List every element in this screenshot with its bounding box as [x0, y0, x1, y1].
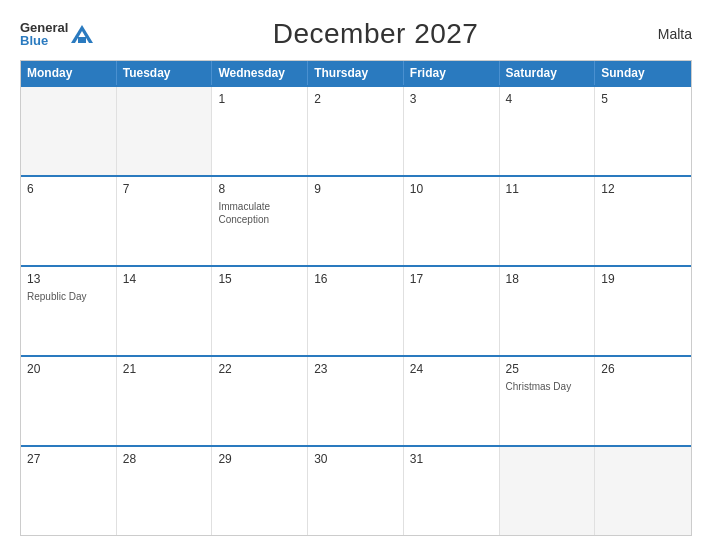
calendar-row: 678Immaculate Conception9101112: [21, 175, 691, 265]
calendar-row: 202122232425Christmas Day26: [21, 355, 691, 445]
calendar-cell: 3: [404, 87, 500, 175]
calendar-cell: 13Republic Day: [21, 267, 117, 355]
page-header: General Blue December 2027 Malta: [20, 18, 692, 50]
calendar-cell: 21: [117, 357, 213, 445]
calendar-cell: 14: [117, 267, 213, 355]
col-wednesday: Wednesday: [212, 61, 308, 85]
day-number: 30: [314, 452, 397, 466]
country-label: Malta: [658, 26, 692, 42]
calendar-cell: 5: [595, 87, 691, 175]
calendar-cell: 31: [404, 447, 500, 535]
day-number: 29: [218, 452, 301, 466]
svg-rect-2: [78, 37, 86, 43]
calendar-cell: 4: [500, 87, 596, 175]
calendar-cell: 18: [500, 267, 596, 355]
day-number: 8: [218, 182, 301, 196]
col-monday: Monday: [21, 61, 117, 85]
calendar-cell: [21, 87, 117, 175]
logo-blue-text: Blue: [20, 34, 68, 47]
calendar-cell: 2: [308, 87, 404, 175]
calendar-cell: 15: [212, 267, 308, 355]
calendar-cell: 16: [308, 267, 404, 355]
day-event: Christmas Day: [506, 380, 589, 393]
calendar-cell: 24: [404, 357, 500, 445]
calendar-cell: 19: [595, 267, 691, 355]
day-number: 20: [27, 362, 110, 376]
calendar-body: 12345678Immaculate Conception910111213Re…: [21, 85, 691, 535]
calendar-cell: [500, 447, 596, 535]
day-number: 4: [506, 92, 589, 106]
calendar-row: 13Republic Day141516171819: [21, 265, 691, 355]
logo: General Blue: [20, 21, 93, 47]
calendar-cell: 28: [117, 447, 213, 535]
calendar-cell: 11: [500, 177, 596, 265]
day-number: 28: [123, 452, 206, 466]
calendar-cell: 27: [21, 447, 117, 535]
calendar-cell: 17: [404, 267, 500, 355]
col-friday: Friday: [404, 61, 500, 85]
day-number: 12: [601, 182, 685, 196]
day-number: 31: [410, 452, 493, 466]
calendar-cell: 9: [308, 177, 404, 265]
calendar-cell: 6: [21, 177, 117, 265]
calendar-cell: 10: [404, 177, 500, 265]
calendar-cell: 30: [308, 447, 404, 535]
day-event: Immaculate Conception: [218, 200, 301, 226]
day-number: 18: [506, 272, 589, 286]
col-saturday: Saturday: [500, 61, 596, 85]
day-number: 24: [410, 362, 493, 376]
day-number: 15: [218, 272, 301, 286]
calendar-cell: 29: [212, 447, 308, 535]
day-event: Republic Day: [27, 290, 110, 303]
calendar-cell: 23: [308, 357, 404, 445]
calendar-row: 12345: [21, 85, 691, 175]
day-number: 9: [314, 182, 397, 196]
day-number: 27: [27, 452, 110, 466]
day-number: 17: [410, 272, 493, 286]
day-number: 13: [27, 272, 110, 286]
day-number: 22: [218, 362, 301, 376]
calendar-cell: 26: [595, 357, 691, 445]
day-number: 25: [506, 362, 589, 376]
day-number: 1: [218, 92, 301, 106]
day-number: 7: [123, 182, 206, 196]
col-tuesday: Tuesday: [117, 61, 213, 85]
logo-icon: [71, 25, 93, 43]
calendar-grid: Monday Tuesday Wednesday Thursday Friday…: [20, 60, 692, 536]
calendar-cell: 20: [21, 357, 117, 445]
month-title: December 2027: [273, 18, 479, 50]
calendar-cell: 8Immaculate Conception: [212, 177, 308, 265]
day-number: 16: [314, 272, 397, 286]
day-number: 3: [410, 92, 493, 106]
calendar-header: Monday Tuesday Wednesday Thursday Friday…: [21, 61, 691, 85]
calendar-cell: 22: [212, 357, 308, 445]
day-number: 10: [410, 182, 493, 196]
day-number: 26: [601, 362, 685, 376]
col-thursday: Thursday: [308, 61, 404, 85]
calendar-cell: [117, 87, 213, 175]
calendar-cell: 1: [212, 87, 308, 175]
day-number: 14: [123, 272, 206, 286]
day-number: 5: [601, 92, 685, 106]
calendar-cell: [595, 447, 691, 535]
day-number: 2: [314, 92, 397, 106]
day-number: 19: [601, 272, 685, 286]
calendar-cell: 12: [595, 177, 691, 265]
day-number: 23: [314, 362, 397, 376]
day-number: 6: [27, 182, 110, 196]
calendar-row: 2728293031: [21, 445, 691, 535]
calendar-cell: 25Christmas Day: [500, 357, 596, 445]
day-number: 21: [123, 362, 206, 376]
col-sunday: Sunday: [595, 61, 691, 85]
day-number: 11: [506, 182, 589, 196]
calendar-cell: 7: [117, 177, 213, 265]
calendar-page: General Blue December 2027 Malta Monday …: [0, 0, 712, 550]
